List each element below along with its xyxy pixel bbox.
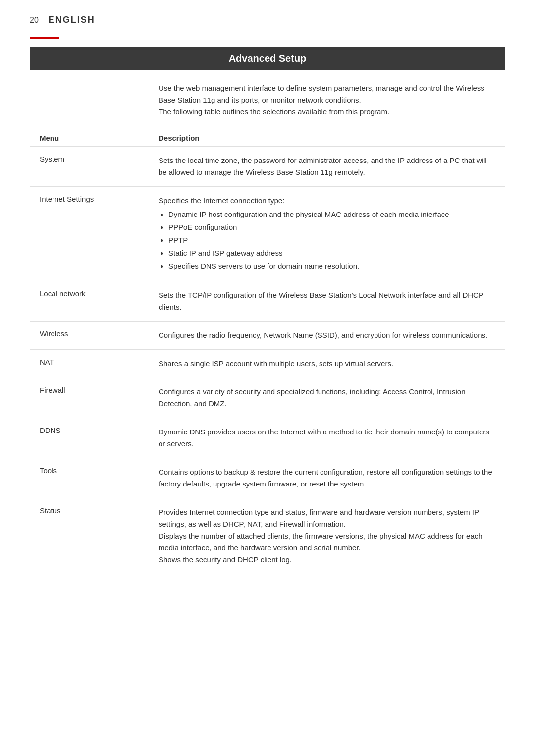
advanced-setup-table: Advanced Setup Use the web management in… <box>30 47 505 574</box>
description-cell-firewall: Configures a variety of security and spe… <box>149 378 505 418</box>
description-text-system: Sets the local time zone, the password f… <box>159 155 495 178</box>
menu-column-header: Menu <box>30 130 149 147</box>
menu-item-nat: NAT <box>30 350 149 378</box>
intro-paragraph: Use the web management interface to defi… <box>159 82 495 118</box>
menu-item-label: DDNS <box>40 425 61 434</box>
table-row: System Sets the local time zone, the pas… <box>30 147 505 187</box>
description-text-ddns: Dynamic DNS provides users on the Intern… <box>159 426 495 450</box>
description-cell-system: Sets the local time zone, the password f… <box>149 147 505 187</box>
description-text-nat: Shares a single ISP account with multipl… <box>159 358 495 370</box>
column-header-row: Menu Description <box>30 130 505 147</box>
description-text-firewall: Configures a variety of security and spe… <box>159 386 495 410</box>
list-item: Dynamic IP host configuration and the ph… <box>168 209 495 220</box>
list-item: Specifies DNS servers to use for domain … <box>168 260 495 272</box>
menu-item-system: System <box>30 147 149 187</box>
list-item: PPTP <box>168 234 495 246</box>
table-row: Local network Sets the TCP/IP configurat… <box>30 281 505 322</box>
red-accent-bar <box>30 37 59 39</box>
list-item: PPPoE configuration <box>168 221 495 233</box>
menu-item-label: Local network <box>40 288 86 298</box>
table-row: Status Provides Internet connection type… <box>30 498 505 574</box>
menu-item-ddns: DDNS <box>30 418 149 458</box>
menu-item-label: Internet Settings <box>40 194 94 203</box>
table-row: Wireless Configures the radio frequency,… <box>30 322 505 350</box>
description-cell-wireless: Configures the radio frequency, Network … <box>149 322 505 350</box>
language-label: ENGLISH <box>49 15 95 25</box>
table-title-row: Advanced Setup <box>30 47 505 70</box>
menu-item-firewall: Firewall <box>30 378 149 418</box>
description-cell-nat: Shares a single ISP account with multipl… <box>149 350 505 378</box>
description-text-status: Provides Internet connection type and st… <box>159 506 495 566</box>
description-text-tools: Contains options to backup & restore the… <box>159 466 495 490</box>
table-row: Internet Settings Specifies the Internet… <box>30 187 505 281</box>
table-title: Advanced Setup <box>30 47 505 70</box>
menu-item-local-network: Local network <box>30 281 149 322</box>
table-row: Firewall Configures a variety of securit… <box>30 378 505 418</box>
description-text-internet-settings: Specifies the Internet connection type: … <box>159 195 495 272</box>
description-cell-status: Provides Internet connection type and st… <box>149 498 505 574</box>
menu-item-label: NAT <box>40 357 54 366</box>
internet-settings-list: Dynamic IP host configuration and the ph… <box>168 209 495 272</box>
table-row: NAT Shares a single ISP account with mul… <box>30 350 505 378</box>
menu-item-label: Tools <box>40 465 57 475</box>
description-cell-tools: Contains options to backup & restore the… <box>149 458 505 498</box>
table-row: DDNS Dynamic DNS provides users on the I… <box>30 418 505 458</box>
menu-item-label: Status <box>40 505 61 515</box>
intro-row: Use the web management interface to defi… <box>30 70 505 130</box>
menu-item-wireless: Wireless <box>30 322 149 350</box>
table-row: Tools Contains options to backup & resto… <box>30 458 505 498</box>
page-header: 20 ENGLISH <box>30 15 505 25</box>
menu-item-status: Status <box>30 498 149 574</box>
description-text-local-network: Sets the TCP/IP configuration of the Wir… <box>159 289 495 313</box>
menu-item-tools: Tools <box>30 458 149 498</box>
description-cell-ddns: Dynamic DNS provides users on the Intern… <box>149 418 505 458</box>
menu-item-label: Wireless <box>40 328 68 338</box>
menu-item-internet-settings: Internet Settings <box>30 187 149 281</box>
list-item: Static IP and ISP gateway address <box>168 247 495 259</box>
menu-item-label: System <box>40 154 64 163</box>
page-number: 20 <box>30 16 39 25</box>
intro-text: Use the web management interface to defi… <box>30 70 505 130</box>
description-column-header: Description <box>149 130 505 147</box>
description-cell-internet-settings: Specifies the Internet connection type: … <box>149 187 505 281</box>
description-cell-local-network: Sets the TCP/IP configuration of the Wir… <box>149 281 505 322</box>
menu-item-label: Firewall <box>40 385 65 394</box>
description-text-wireless: Configures the radio frequency, Network … <box>159 329 495 341</box>
